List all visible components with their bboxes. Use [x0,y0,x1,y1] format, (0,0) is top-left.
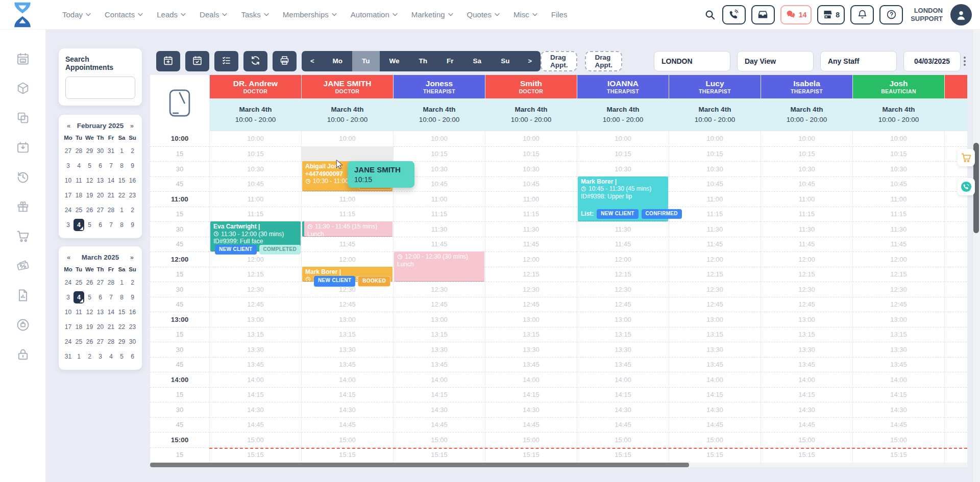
time-slot[interactable]: 13:15 [945,327,967,342]
calendar-day[interactable]: 9 [127,160,138,172]
time-slot[interactable]: 10:45 [853,176,944,192]
calendar-day[interactable]: 18 [74,321,84,333]
calendar-day[interactable]: 7 [106,291,116,303]
calendar-day[interactable]: 6 [95,291,106,303]
time-slot[interactable]: 12:00 [761,251,852,267]
next-month-button[interactable]: » [130,253,134,261]
time-slot[interactable]: 15:15 [945,447,967,463]
calendar-day[interactable]: 12 [84,306,95,318]
horizontal-scrollbar[interactable] [150,463,967,467]
time-slot[interactable]: 14:15 [577,387,669,402]
nav-automation[interactable]: Automation [351,10,398,19]
time-slot[interactable]: 13:00 [761,312,852,327]
calendar-day[interactable]: 4 [74,291,84,303]
refresh-button[interactable] [243,51,267,71]
calendar-day[interactable]: 3 [63,219,74,231]
calendar-day[interactable]: 30 [95,145,106,157]
calendar-day[interactable]: 25 [74,336,84,348]
time-slot[interactable]: 11:00 [485,191,577,207]
time-slot[interactable]: 12:45 [394,297,485,312]
calendar-day[interactable]: 2 [84,350,95,363]
nav-deals[interactable]: Deals [200,10,227,19]
time-slot[interactable]: 14:30 [485,402,577,417]
search-icon[interactable] [703,8,717,21]
time-slot[interactable]: 14:00 [394,372,485,387]
time-slot[interactable]: 10:15 [394,146,485,162]
time-slot[interactable]: 10:00 [302,131,393,146]
sidebar-item-report[interactable] [16,288,30,302]
calendar-day[interactable]: 29 [84,145,95,157]
calendar-day[interactable]: 17 [63,189,74,201]
weekday-tab-we[interactable]: We [380,51,409,71]
time-slot[interactable]: 13:15 [761,327,852,342]
time-slot[interactable]: 14:00 [853,372,944,387]
time-slot[interactable]: 13:45 [577,357,669,372]
time-slot[interactable]: 13:45 [394,357,485,372]
calendar-day[interactable]: 7 [106,160,116,172]
calendar-day[interactable]: 20 [95,321,106,333]
time-slot[interactable]: 10:15 [577,146,669,162]
time-slot[interactable]: 12:45 [485,297,577,312]
time-slot[interactable]: 11:15 [394,207,485,222]
calendar-day[interactable]: 27 [95,276,106,289]
time-slot[interactable]: 15:00 [394,432,485,447]
search-appointments-input[interactable] [65,77,135,99]
prev-month-button[interactable]: « [67,253,70,261]
time-slot[interactable]: 11:00 [394,191,485,207]
time-slot[interactable]: 14:45 [577,417,669,433]
horizontal-scrollbar-thumb[interactable] [150,463,689,467]
time-slot[interactable]: 10:30 [669,161,761,176]
time-slot[interactable]: 10:15 [485,146,577,162]
time-slot[interactable]: 12:30 [761,282,852,297]
calendar-day[interactable]: 16 [127,174,138,187]
time-slot[interactable]: 14:15 [761,387,852,402]
time-slot[interactable]: 11:30 [577,221,669,237]
avatar[interactable] [950,4,972,26]
time-slot[interactable]: 10:15 [210,146,301,162]
calendar-day[interactable]: 23 [127,321,138,333]
time-slot[interactable]: 12:00 [669,251,761,267]
time-slot[interactable]: 12:30 [394,282,485,297]
sidebar-item-shopping-cart[interactable] [16,229,30,243]
time-slot[interactable]: 11:45 [302,237,393,252]
calendar-day[interactable]: 28 [106,204,116,216]
calendar-day[interactable]: 3 [95,350,106,363]
time-slot[interactable]: 14:15 [669,387,761,402]
time-slot[interactable]: 12:15 [485,267,577,282]
time-slot[interactable]: 14:45 [485,417,577,433]
time-slot[interactable]: 13:45 [853,357,944,372]
time-slot[interactable]: 10:30 [210,161,301,176]
time-slot[interactable]: 13:00 [302,312,393,327]
calendar-day[interactable]: 27 [95,204,106,216]
calendar-day[interactable]: 24 [63,204,74,216]
calendar-day[interactable]: 13 [95,306,106,318]
time-slot[interactable]: 11:00 [210,191,301,207]
calendar-day[interactable]: 2 [127,145,138,157]
time-slot[interactable]: 13:15 [577,327,669,342]
calendar-day[interactable]: 5 [84,160,95,172]
sidebar-item-calendar-import[interactable] [16,140,30,155]
calendar-day[interactable]: 1 [116,276,127,289]
time-slot[interactable]: 13:00 [485,312,577,327]
time-slot[interactable]: 15:15 [302,447,393,463]
nav-leads[interactable]: Leads [157,10,186,19]
calendar-day[interactable]: 22 [116,321,127,333]
calendar-day[interactable]: 9 [127,291,138,303]
time-slot[interactable]: 14:00 [761,372,852,387]
time-slot[interactable]: 13:15 [485,327,577,342]
time-slot[interactable]: 12:30 [210,282,301,297]
time-slot[interactable]: 12:30 [945,282,967,297]
time-slot[interactable]: 10:00 [945,131,967,146]
time-slot[interactable]: 15:15 [577,447,669,463]
weekday-tab-su[interactable]: Su [491,51,519,71]
time-slot[interactable]: 11:00 [302,191,393,207]
time-slot[interactable]: 14:45 [669,417,761,433]
time-slot[interactable]: 14:30 [302,402,393,417]
calendar-day[interactable]: 14 [106,306,116,318]
time-slot[interactable]: 12:15 [577,267,669,282]
time-slot[interactable]: 14:15 [210,387,301,402]
time-slot[interactable]: 12:30 [669,282,761,297]
calendar-day[interactable]: 3 [63,160,74,172]
calendar-day[interactable]: 26 [84,204,95,216]
time-slot[interactable]: 10:45 [761,176,852,192]
